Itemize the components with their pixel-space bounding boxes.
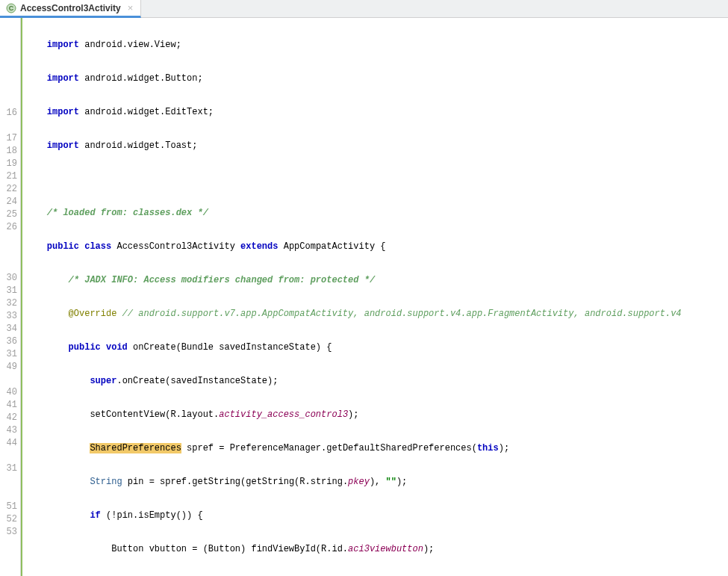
code-line: setContentView(R.layout.activity_access_… [22, 409, 728, 421]
close-icon[interactable]: × [128, 2, 134, 13]
line-number: 41 [0, 399, 17, 412]
line-number [0, 234, 17, 247]
line-number [0, 259, 17, 272]
code-line: String pin = spref.getString(getString(R… [22, 476, 728, 489]
code-line: super.onCreate(savedInstanceState); [22, 375, 728, 388]
code-line: import android.widget.EditText; [22, 106, 728, 119]
code-line: import android.widget.Toast; [22, 140, 728, 152]
line-number [0, 120, 17, 132]
line-number: 26 [0, 221, 17, 234]
tab-access-control[interactable]: C AccessControl3Activity × [0, 0, 141, 18]
line-number: 53 [0, 526, 17, 539]
line-number [0, 539, 17, 551]
line-number [0, 69, 17, 81]
line-number: 22 [0, 183, 17, 196]
code-line: if (!pin.isEmpty()) { [22, 510, 728, 522]
line-number [0, 374, 17, 386]
line-number: 40 [0, 386, 17, 399]
line-number: 16 [0, 107, 17, 120]
line-number: 52 [0, 513, 17, 526]
line-number: 18 [0, 145, 17, 158]
code-line: @Override // android.support.v7.app.AppC… [22, 308, 728, 320]
line-number: 25 [0, 208, 17, 221]
line-number [0, 43, 17, 56]
line-number: 44 [0, 437, 17, 450]
class-file-icon: C [6, 3, 16, 13]
line-number: 49 [0, 361, 17, 374]
code-area[interactable]: import android.view.View; import android… [21, 18, 728, 576]
line-number [0, 81, 17, 94]
line-number [0, 94, 17, 107]
line-number: 31 [0, 285, 17, 297]
svg-text:C: C [9, 4, 14, 12]
code-line: import android.widget.Button; [22, 72, 728, 85]
line-number: 21 [0, 170, 17, 183]
line-number [0, 488, 17, 501]
code-line [22, 173, 728, 186]
line-number: 43 [0, 424, 17, 437]
code-line: /* JADX INFO: Access modifiers changed f… [22, 274, 728, 287]
line-number: 31 [0, 462, 17, 475]
line-number [0, 450, 17, 462]
line-number [0, 56, 17, 69]
line-number [0, 551, 17, 564]
code-line: public class AccessControl3Activity exte… [22, 241, 728, 253]
line-number: 42 [0, 412, 17, 424]
tab-title: AccessControl3Activity [20, 3, 121, 13]
line-number [0, 247, 17, 259]
line-number [0, 18, 17, 31]
line-number-gutter: 1617181921222425263031323334363149404142… [0, 18, 21, 576]
code-line: Button vbutton = (Button) findViewById(R… [22, 543, 728, 556]
line-number: 31 [0, 348, 17, 361]
line-number: 32 [0, 297, 17, 310]
line-number [0, 475, 17, 488]
line-number: 51 [0, 501, 17, 513]
code-line: import android.view.View; [22, 39, 728, 52]
code-line: /* loaded from: classes.dex */ [22, 207, 728, 220]
line-number: 34 [0, 323, 17, 335]
line-number: 24 [0, 196, 17, 208]
line-number: 36 [0, 335, 17, 348]
line-number [0, 564, 17, 576]
line-number: 30 [0, 272, 17, 285]
code-line: SharedPreferences spref = PreferenceMana… [22, 442, 728, 455]
line-number: 33 [0, 310, 17, 323]
line-number: 17 [0, 132, 17, 145]
tab-bar: C AccessControl3Activity × [0, 0, 728, 18]
line-number [0, 31, 17, 43]
line-number: 19 [0, 158, 17, 170]
code-line: public void onCreate(Bundle savedInstanc… [22, 341, 728, 354]
code-editor[interactable]: 1617181921222425263031323334363149404142… [0, 18, 728, 576]
